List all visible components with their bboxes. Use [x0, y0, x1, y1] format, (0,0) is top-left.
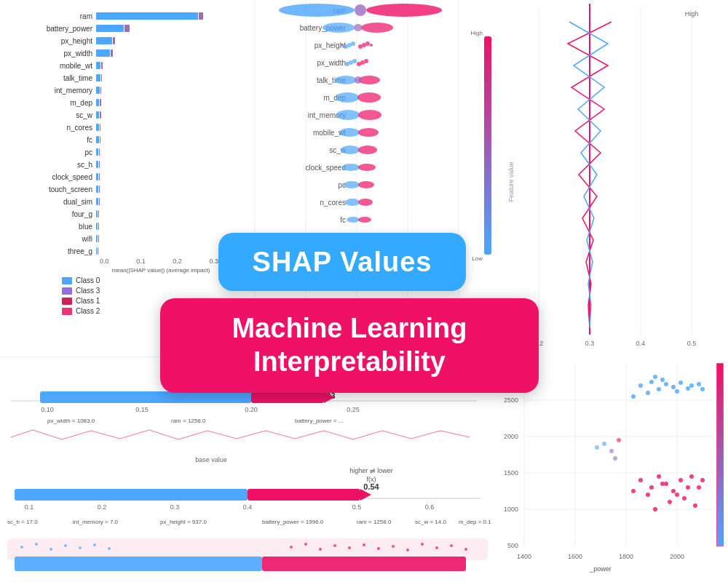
legend-color-swatch: [62, 308, 72, 315]
bar-segment-blue: [96, 25, 124, 32]
svg-point-31: [358, 44, 363, 49]
bar-feature-label: fc: [44, 136, 96, 144]
svg-point-20: [279, 4, 355, 17]
svg-point-188: [660, 482, 665, 486]
bar-row: sc_w: [44, 110, 222, 120]
bar-segment-purple: [98, 210, 99, 218]
svg-text:base value: base value: [195, 456, 227, 463]
svg-point-199: [609, 449, 614, 453]
bar-segment-blue: [96, 235, 98, 242]
bar-segment-blue: [96, 210, 98, 218]
svg-point-22: [355, 4, 366, 16]
bar-track: [96, 186, 99, 193]
bar-chart: rambattery_powerpx_heightpx_widthmobile_…: [44, 11, 222, 256]
bar-track: [96, 124, 100, 131]
svg-point-124: [35, 543, 38, 546]
bar-feature-label: sc_w: [44, 111, 96, 119]
bar-segment-purple: [99, 148, 100, 156]
svg-point-54: [358, 181, 374, 188]
svg-point-166: [649, 380, 654, 384]
bar-row: pc: [44, 147, 222, 157]
svg-point-57: [347, 217, 360, 223]
svg-point-36: [345, 62, 349, 66]
legend-label: Class 2: [76, 307, 100, 315]
legend-label: Class 0: [76, 276, 100, 284]
svg-text:px_width = 1083.0: px_width = 1083.0: [47, 418, 95, 424]
bar-track: [96, 111, 101, 119]
svg-point-194: [668, 500, 672, 504]
bar-track: [96, 247, 98, 255]
bar-segment-blue: [96, 74, 100, 81]
bar-row: fc: [44, 135, 222, 145]
bar-feature-label: n_cores: [44, 124, 96, 132]
bar-segment-blue: [96, 37, 112, 44]
svg-rect-93: [40, 391, 251, 403]
bar-row: n_cores: [44, 122, 222, 132]
bar-segment-blue: [96, 161, 98, 168]
svg-point-48: [358, 128, 379, 137]
svg-point-126: [64, 544, 67, 547]
legend-color-swatch: [62, 298, 72, 305]
svg-point-50: [358, 146, 377, 154]
svg-text:fc: fc: [340, 216, 346, 224]
svg-text:_power: _power: [589, 565, 612, 573]
bar-segment-blue: [96, 49, 110, 57]
svg-text:0.5: 0.5: [687, 340, 697, 347]
legend-item: Class 1: [62, 297, 100, 305]
svg-text:0.6: 0.6: [425, 503, 435, 511]
bar-row: talk_time: [44, 73, 222, 83]
bar-track: [96, 12, 203, 20]
svg-point-128: [93, 543, 96, 546]
shap-values-badge: SHAP Values: [218, 233, 466, 291]
bar-track: [96, 37, 115, 44]
bar-segment-blue: [96, 148, 98, 156]
svg-point-182: [657, 474, 661, 479]
svg-point-172: [646, 391, 650, 395]
bar-feature-label: px_width: [44, 49, 96, 57]
svg-point-173: [660, 378, 665, 382]
svg-point-177: [700, 387, 705, 391]
ml-line2: Interpretability: [253, 346, 446, 377]
bar-segment-blue: [96, 62, 100, 69]
svg-text:High: High: [471, 30, 483, 36]
svg-text:2500: 2500: [504, 396, 518, 404]
svg-point-44: [357, 92, 381, 103]
bar-segment-purple: [100, 124, 100, 131]
legend-item: Class 2: [62, 307, 100, 315]
svg-point-200: [617, 438, 621, 442]
svg-point-38: [364, 59, 368, 63]
svg-text:Feature value: Feature value: [507, 162, 515, 202]
bar-segment-purple: [101, 74, 102, 81]
svg-rect-113: [15, 489, 248, 501]
svg-point-142: [464, 548, 467, 551]
svg-text:battery_power = 1996.0: battery_power = 1996.0: [262, 519, 324, 525]
svg-point-35: [352, 59, 357, 63]
bar-segment-blue: [96, 87, 100, 94]
legend-label: Class 3: [76, 287, 100, 295]
xaxis-2: 0.2: [173, 258, 182, 265]
svg-point-180: [638, 478, 643, 482]
svg-text:higher ⇌ lower: higher ⇌ lower: [349, 467, 393, 474]
bar-track: [96, 148, 100, 156]
bar-track: [96, 223, 99, 230]
svg-point-167: [657, 387, 661, 391]
chart-legend: Class 0Class 3Class 1Class 2: [62, 276, 100, 315]
svg-point-32: [341, 44, 344, 47]
legend-item: Class 3: [62, 287, 100, 295]
svg-text:px_height = 937.0: px_height = 937.0: [160, 519, 207, 525]
svg-text:px_width: px_width: [317, 59, 346, 67]
bar-xaxis: 0.0 0.1 0.2 0.3: [44, 258, 222, 265]
svg-point-43: [336, 92, 359, 103]
svg-point-58: [358, 217, 371, 223]
svg-point-135: [363, 543, 365, 546]
bar-segment-purple: [100, 111, 100, 119]
bar-feature-label: pc: [44, 148, 96, 156]
svg-point-202: [613, 456, 617, 461]
svg-point-192: [700, 478, 705, 482]
svg-point-201: [595, 445, 599, 450]
bar-feature-label: mobile_wt: [44, 62, 96, 70]
svg-point-39: [357, 62, 361, 66]
svg-point-184: [671, 489, 676, 493]
svg-rect-68: [484, 36, 491, 255]
svg-point-49: [341, 146, 360, 154]
